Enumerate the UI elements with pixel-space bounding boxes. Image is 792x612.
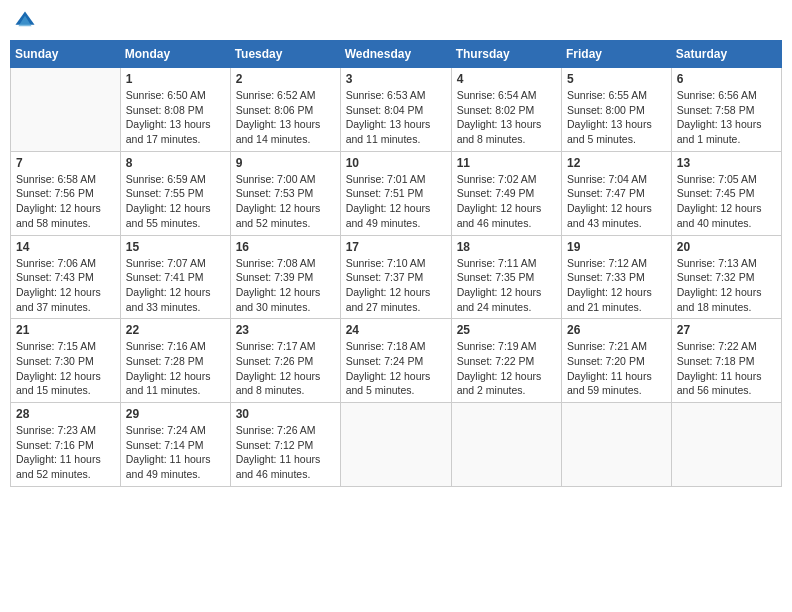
day-info: Sunrise: 7:21 AM Sunset: 7:20 PM Dayligh…: [567, 339, 666, 398]
calendar-week-row-1: 1Sunrise: 6:50 AM Sunset: 8:08 PM Daylig…: [11, 68, 782, 152]
day-number: 5: [567, 72, 666, 86]
day-number: 16: [236, 240, 335, 254]
day-number: 13: [677, 156, 776, 170]
weekday-header-sunday: Sunday: [11, 41, 121, 68]
day-number: 11: [457, 156, 556, 170]
day-number: 18: [457, 240, 556, 254]
calendar-cell: 14Sunrise: 7:06 AM Sunset: 7:43 PM Dayli…: [11, 235, 121, 319]
weekday-header-thursday: Thursday: [451, 41, 561, 68]
day-info: Sunrise: 7:18 AM Sunset: 7:24 PM Dayligh…: [346, 339, 446, 398]
calendar-cell: 27Sunrise: 7:22 AM Sunset: 7:18 PM Dayli…: [671, 319, 781, 403]
day-info: Sunrise: 6:53 AM Sunset: 8:04 PM Dayligh…: [346, 88, 446, 147]
day-info: Sunrise: 7:06 AM Sunset: 7:43 PM Dayligh…: [16, 256, 115, 315]
day-info: Sunrise: 7:16 AM Sunset: 7:28 PM Dayligh…: [126, 339, 225, 398]
day-info: Sunrise: 6:59 AM Sunset: 7:55 PM Dayligh…: [126, 172, 225, 231]
day-number: 30: [236, 407, 335, 421]
day-info: Sunrise: 7:11 AM Sunset: 7:35 PM Dayligh…: [457, 256, 556, 315]
day-info: Sunrise: 7:01 AM Sunset: 7:51 PM Dayligh…: [346, 172, 446, 231]
calendar-week-row-2: 7Sunrise: 6:58 AM Sunset: 7:56 PM Daylig…: [11, 151, 782, 235]
day-info: Sunrise: 7:02 AM Sunset: 7:49 PM Dayligh…: [457, 172, 556, 231]
calendar-cell: 13Sunrise: 7:05 AM Sunset: 7:45 PM Dayli…: [671, 151, 781, 235]
day-info: Sunrise: 7:13 AM Sunset: 7:32 PM Dayligh…: [677, 256, 776, 315]
day-number: 10: [346, 156, 446, 170]
day-number: 28: [16, 407, 115, 421]
calendar-cell: 17Sunrise: 7:10 AM Sunset: 7:37 PM Dayli…: [340, 235, 451, 319]
day-number: 6: [677, 72, 776, 86]
calendar-cell: [562, 403, 672, 487]
calendar-cell: 6Sunrise: 6:56 AM Sunset: 7:58 PM Daylig…: [671, 68, 781, 152]
day-number: 27: [677, 323, 776, 337]
calendar-cell: 3Sunrise: 6:53 AM Sunset: 8:04 PM Daylig…: [340, 68, 451, 152]
calendar-cell: 30Sunrise: 7:26 AM Sunset: 7:12 PM Dayli…: [230, 403, 340, 487]
calendar-cell: 7Sunrise: 6:58 AM Sunset: 7:56 PM Daylig…: [11, 151, 121, 235]
calendar-cell: [340, 403, 451, 487]
day-info: Sunrise: 6:50 AM Sunset: 8:08 PM Dayligh…: [126, 88, 225, 147]
day-number: 22: [126, 323, 225, 337]
day-number: 23: [236, 323, 335, 337]
weekday-header-saturday: Saturday: [671, 41, 781, 68]
calendar-cell: 29Sunrise: 7:24 AM Sunset: 7:14 PM Dayli…: [120, 403, 230, 487]
calendar-cell: [11, 68, 121, 152]
calendar-cell: 5Sunrise: 6:55 AM Sunset: 8:00 PM Daylig…: [562, 68, 672, 152]
day-number: 4: [457, 72, 556, 86]
day-number: 20: [677, 240, 776, 254]
day-number: 2: [236, 72, 335, 86]
calendar-cell: 9Sunrise: 7:00 AM Sunset: 7:53 PM Daylig…: [230, 151, 340, 235]
weekday-header-tuesday: Tuesday: [230, 41, 340, 68]
calendar-cell: 20Sunrise: 7:13 AM Sunset: 7:32 PM Dayli…: [671, 235, 781, 319]
day-info: Sunrise: 6:58 AM Sunset: 7:56 PM Dayligh…: [16, 172, 115, 231]
calendar-cell: 11Sunrise: 7:02 AM Sunset: 7:49 PM Dayli…: [451, 151, 561, 235]
calendar-cell: 16Sunrise: 7:08 AM Sunset: 7:39 PM Dayli…: [230, 235, 340, 319]
day-number: 7: [16, 156, 115, 170]
day-info: Sunrise: 7:08 AM Sunset: 7:39 PM Dayligh…: [236, 256, 335, 315]
calendar-cell: 18Sunrise: 7:11 AM Sunset: 7:35 PM Dayli…: [451, 235, 561, 319]
calendar-cell: 4Sunrise: 6:54 AM Sunset: 8:02 PM Daylig…: [451, 68, 561, 152]
day-info: Sunrise: 7:00 AM Sunset: 7:53 PM Dayligh…: [236, 172, 335, 231]
day-info: Sunrise: 7:19 AM Sunset: 7:22 PM Dayligh…: [457, 339, 556, 398]
calendar-cell: 26Sunrise: 7:21 AM Sunset: 7:20 PM Dayli…: [562, 319, 672, 403]
day-number: 25: [457, 323, 556, 337]
calendar-cell: 25Sunrise: 7:19 AM Sunset: 7:22 PM Dayli…: [451, 319, 561, 403]
day-number: 8: [126, 156, 225, 170]
calendar-cell: 1Sunrise: 6:50 AM Sunset: 8:08 PM Daylig…: [120, 68, 230, 152]
calendar-cell: 24Sunrise: 7:18 AM Sunset: 7:24 PM Dayli…: [340, 319, 451, 403]
day-info: Sunrise: 7:22 AM Sunset: 7:18 PM Dayligh…: [677, 339, 776, 398]
logo-icon: [14, 10, 36, 32]
day-info: Sunrise: 6:55 AM Sunset: 8:00 PM Dayligh…: [567, 88, 666, 147]
weekday-header-row: SundayMondayTuesdayWednesdayThursdayFrid…: [11, 41, 782, 68]
day-info: Sunrise: 7:04 AM Sunset: 7:47 PM Dayligh…: [567, 172, 666, 231]
day-number: 12: [567, 156, 666, 170]
calendar-table: SundayMondayTuesdayWednesdayThursdayFrid…: [10, 40, 782, 487]
calendar-cell: 28Sunrise: 7:23 AM Sunset: 7:16 PM Dayli…: [11, 403, 121, 487]
day-info: Sunrise: 6:54 AM Sunset: 8:02 PM Dayligh…: [457, 88, 556, 147]
calendar-week-row-5: 28Sunrise: 7:23 AM Sunset: 7:16 PM Dayli…: [11, 403, 782, 487]
calendar-cell: [671, 403, 781, 487]
weekday-header-monday: Monday: [120, 41, 230, 68]
day-info: Sunrise: 7:23 AM Sunset: 7:16 PM Dayligh…: [16, 423, 115, 482]
day-info: Sunrise: 7:26 AM Sunset: 7:12 PM Dayligh…: [236, 423, 335, 482]
calendar-cell: 12Sunrise: 7:04 AM Sunset: 7:47 PM Dayli…: [562, 151, 672, 235]
day-number: 29: [126, 407, 225, 421]
calendar-cell: 19Sunrise: 7:12 AM Sunset: 7:33 PM Dayli…: [562, 235, 672, 319]
day-number: 3: [346, 72, 446, 86]
calendar-cell: [451, 403, 561, 487]
weekday-header-friday: Friday: [562, 41, 672, 68]
calendar-week-row-3: 14Sunrise: 7:06 AM Sunset: 7:43 PM Dayli…: [11, 235, 782, 319]
day-info: Sunrise: 7:10 AM Sunset: 7:37 PM Dayligh…: [346, 256, 446, 315]
day-info: Sunrise: 7:15 AM Sunset: 7:30 PM Dayligh…: [16, 339, 115, 398]
calendar-cell: 2Sunrise: 6:52 AM Sunset: 8:06 PM Daylig…: [230, 68, 340, 152]
day-number: 1: [126, 72, 225, 86]
day-number: 15: [126, 240, 225, 254]
day-info: Sunrise: 7:12 AM Sunset: 7:33 PM Dayligh…: [567, 256, 666, 315]
day-number: 17: [346, 240, 446, 254]
weekday-header-wednesday: Wednesday: [340, 41, 451, 68]
day-info: Sunrise: 7:17 AM Sunset: 7:26 PM Dayligh…: [236, 339, 335, 398]
day-number: 24: [346, 323, 446, 337]
day-number: 9: [236, 156, 335, 170]
day-number: 21: [16, 323, 115, 337]
day-info: Sunrise: 7:07 AM Sunset: 7:41 PM Dayligh…: [126, 256, 225, 315]
page-header: [10, 10, 782, 32]
day-number: 26: [567, 323, 666, 337]
day-info: Sunrise: 7:24 AM Sunset: 7:14 PM Dayligh…: [126, 423, 225, 482]
calendar-cell: 15Sunrise: 7:07 AM Sunset: 7:41 PM Dayli…: [120, 235, 230, 319]
